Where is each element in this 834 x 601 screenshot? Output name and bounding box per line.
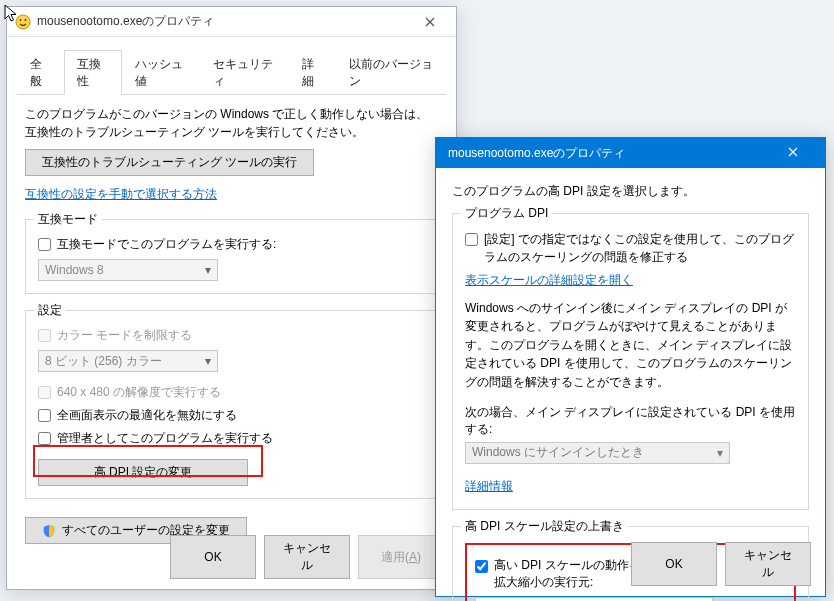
chk-compat-mode[interactable]: [38, 238, 51, 251]
tabs: 全般 互換性 ハッシュ値 セキュリティ 詳細 以前のバージョン: [17, 49, 446, 95]
select-os-value: Windows 8: [45, 263, 104, 277]
select-color-value: 8 ビット (256) カラー: [45, 353, 162, 370]
titlebar[interactable]: mousenootomo.exeのプロパティ: [7, 7, 456, 37]
close-icon: [425, 17, 435, 27]
chevron-down-icon: ▾: [205, 354, 211, 368]
chk-use-setting-label: [設定] での指定ではなくこの設定を使用して、このプログラムのスケーリングの問題…: [484, 230, 796, 266]
chk-640x480: [38, 386, 51, 399]
tab-security[interactable]: セキュリティ: [200, 50, 289, 95]
svg-point-1: [20, 19, 22, 21]
group-dpi-override-title: 高 DPI スケール設定の上書き: [461, 518, 628, 535]
cancel-button[interactable]: キャンセル: [264, 535, 350, 579]
apply-button: 適用(A): [358, 535, 444, 579]
intro-text: このプログラムがこのバージョンの Windows で正しく動作しない場合は、互換…: [25, 105, 438, 141]
ok-button[interactable]: OK: [170, 535, 256, 579]
close-icon: [788, 147, 798, 157]
group-compat-mode: 互換モード 互換モードでこのプログラムを実行する: Windows 8 ▾: [25, 219, 438, 294]
change-dpi-button[interactable]: 高 DPI 設定の変更: [38, 459, 248, 486]
properties-window-highdpi: mousenootomo.exeのプロパティ このプログラムの高 DPI 設定を…: [435, 137, 826, 597]
svg-point-2: [25, 19, 27, 21]
manual-link[interactable]: 互換性の設定を手動で選択する方法: [25, 187, 217, 201]
group-compat-title: 互換モード: [34, 211, 102, 228]
window-title: mousenootomo.exeのプロパティ: [37, 13, 412, 30]
chk-color-label: カラー モードを制限する: [57, 327, 192, 344]
chk-640-label: 640 x 480 の解像度で実行する: [57, 384, 221, 401]
dialog-buttons: OK キャンセル 適用(A): [170, 535, 444, 579]
tab-hash[interactable]: ハッシュ値: [122, 50, 201, 95]
select-scaling-performed-by[interactable]: アプリケーション ▾: [475, 597, 713, 601]
use-dpi-when-label: 次の場合、メイン ディスプレイに設定されている DPI を使用する:: [465, 404, 796, 438]
intro-text: このプログラムの高 DPI 設定を選択します。: [452, 182, 809, 201]
select-os[interactable]: Windows 8 ▾: [38, 259, 218, 281]
select-color-mode: 8 ビット (256) カラー ▾: [38, 350, 218, 372]
dialog-buttons: OK キャンセル: [631, 542, 811, 586]
chevron-down-icon: ▾: [717, 446, 723, 460]
apply-accel: A: [409, 550, 417, 564]
open-scale-settings-link[interactable]: 表示スケールの詳細設定を開く: [465, 273, 633, 287]
close-button[interactable]: [412, 10, 448, 34]
detail-link[interactable]: 詳細情報: [465, 479, 513, 493]
window-title: mousenootomo.exeのプロパティ: [448, 145, 773, 162]
chk-override-dpi[interactable]: [475, 560, 488, 573]
dpi-explain: Windows へのサインイン後にメイン ディスプレイの DPI が変更されると…: [465, 299, 796, 392]
cancel-button[interactable]: キャンセル: [725, 542, 811, 586]
group-program-dpi: プログラム DPI [設定] での指定ではなくこの設定を使用して、このプログラム…: [452, 213, 809, 510]
chk-fullscreen-opt[interactable]: [38, 409, 51, 422]
close-button[interactable]: [773, 146, 813, 160]
apply-label: 適用: [381, 549, 405, 566]
group-settings-title: 設定: [34, 302, 66, 319]
chk-admin-label: 管理者としてこのプログラムを実行する: [57, 430, 273, 447]
chk-use-setting[interactable]: [465, 233, 478, 246]
troubleshoot-button[interactable]: 互換性のトラブルシューティング ツールの実行: [25, 149, 314, 176]
chk-fullscreen-label: 全画面表示の最適化を無効にする: [57, 407, 237, 424]
properties-window-compat: mousenootomo.exeのプロパティ 全般 互換性 ハッシュ値 セキュリ…: [6, 6, 457, 590]
select-dpi-when-value: Windows にサインインしたとき: [472, 444, 644, 461]
tab-compatibility[interactable]: 互換性: [64, 50, 122, 95]
group-program-dpi-title: プログラム DPI: [461, 205, 552, 222]
shield-icon: [42, 524, 56, 538]
tab-general[interactable]: 全般: [17, 50, 64, 95]
chk-override-line2: 拡大縮小の実行元:: [494, 575, 593, 589]
tab-previous-versions[interactable]: 以前のバージョン: [336, 50, 446, 95]
chk-color-mode: [38, 329, 51, 342]
group-settings: 設定 カラー モードを制限する 8 ビット (256) カラー ▾ 640 x …: [25, 310, 438, 499]
app-icon: [15, 14, 31, 30]
chevron-down-icon: ▾: [205, 263, 211, 277]
tab-details[interactable]: 詳細: [289, 50, 336, 95]
ok-button[interactable]: OK: [631, 542, 717, 586]
titlebar[interactable]: mousenootomo.exeのプロパティ: [436, 138, 825, 168]
select-dpi-when: Windows にサインインしたとき ▾: [465, 442, 730, 464]
chk-compat-label: 互換モードでこのプログラムを実行する:: [57, 236, 276, 253]
svg-point-0: [16, 15, 30, 29]
chk-run-admin[interactable]: [38, 432, 51, 445]
